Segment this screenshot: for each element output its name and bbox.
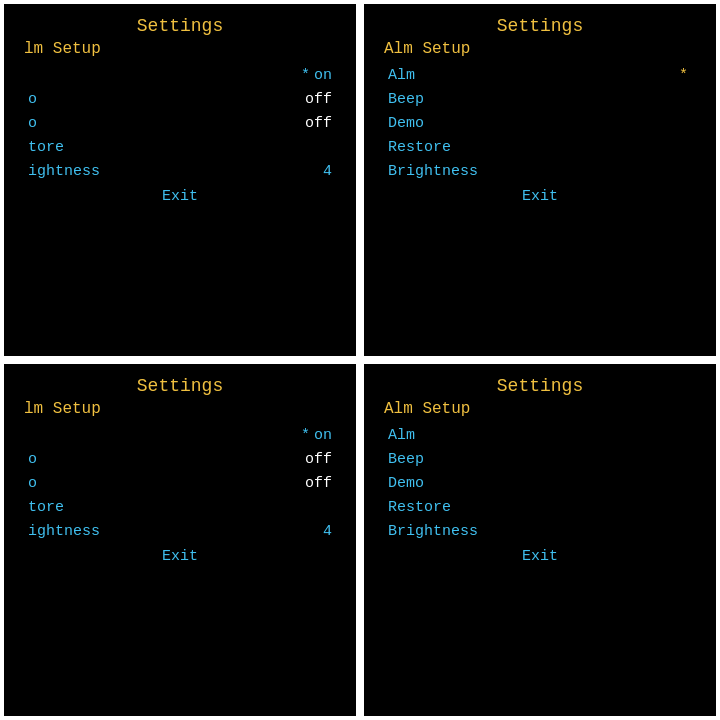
restore-label: Restore bbox=[388, 136, 451, 160]
subtitle-top-left: lm Setup bbox=[24, 40, 340, 58]
beep-value: off bbox=[305, 88, 332, 112]
subtitle-top-right: Alm Setup bbox=[384, 40, 700, 58]
exit-bottom-right[interactable]: Exit bbox=[380, 548, 700, 565]
menu-item-demo-bottom-left[interactable]: o off bbox=[20, 472, 340, 496]
title-bottom-left: Settings bbox=[20, 376, 340, 396]
panel-top-right: Settings Alm Setup Alm * Beep Demo Resto… bbox=[364, 4, 716, 356]
alm-label-br: Alm bbox=[388, 424, 415, 448]
menu-item-restore-top-left[interactable]: tore bbox=[20, 136, 340, 160]
alm-value-bl: on bbox=[314, 424, 332, 448]
title-top-left: Settings bbox=[20, 16, 340, 36]
subtitle-bottom-left: lm Setup bbox=[24, 400, 340, 418]
menu-item-alm-top-right[interactable]: Alm * bbox=[380, 64, 700, 88]
menu-item-demo-top-left[interactable]: o off bbox=[20, 112, 340, 136]
menu-item-alm-bottom-right[interactable]: Alm bbox=[380, 424, 700, 448]
brightness-label: Brightness bbox=[388, 160, 478, 184]
alm-value: on bbox=[314, 64, 332, 88]
menu-item-alm-top-left[interactable]: * on bbox=[20, 64, 340, 88]
subtitle-bottom-right: Alm Setup bbox=[384, 400, 700, 418]
panel-top-left: Settings lm Setup * on o off o off tore … bbox=[4, 4, 356, 356]
exit-top-left[interactable]: Exit bbox=[20, 188, 340, 205]
beep-label-br: Beep bbox=[388, 448, 424, 472]
panel-bottom-left: Settings lm Setup * on o off o off tore … bbox=[4, 364, 356, 716]
brightness-label-bl: ightness bbox=[28, 520, 100, 544]
menu-item-alm-bottom-left[interactable]: * on bbox=[20, 424, 340, 448]
asterisk-icon-bl: * bbox=[301, 424, 310, 448]
menu-item-demo-bottom-right[interactable]: Demo bbox=[380, 472, 700, 496]
beep-label: o bbox=[28, 88, 37, 112]
demo-label-bl: o bbox=[28, 472, 37, 496]
menu-item-restore-top-right[interactable]: Restore bbox=[380, 136, 700, 160]
brightness-value: 4 bbox=[323, 160, 332, 184]
brightness-label-br: Brightness bbox=[388, 520, 478, 544]
demo-label: o bbox=[28, 112, 37, 136]
beep-value-bl: off bbox=[305, 448, 332, 472]
restore-label-bl: tore bbox=[28, 496, 64, 520]
exit-top-right[interactable]: Exit bbox=[380, 188, 700, 205]
demo-label-br: Demo bbox=[388, 472, 424, 496]
menu-item-beep-top-right[interactable]: Beep bbox=[380, 88, 700, 112]
title-bottom-right: Settings bbox=[380, 376, 700, 396]
beep-label-bl: o bbox=[28, 448, 37, 472]
menu-item-demo-top-right[interactable]: Demo bbox=[380, 112, 700, 136]
title-top-right: Settings bbox=[380, 16, 700, 36]
menu-item-brightness-top-right[interactable]: Brightness bbox=[380, 160, 700, 184]
asterisk-icon-right: * bbox=[679, 64, 688, 88]
demo-label: Demo bbox=[388, 112, 424, 136]
restore-label: tore bbox=[28, 136, 64, 160]
beep-label: Beep bbox=[388, 88, 424, 112]
exit-bottom-left[interactable]: Exit bbox=[20, 548, 340, 565]
menu-item-restore-bottom-right[interactable]: Restore bbox=[380, 496, 700, 520]
demo-value: off bbox=[305, 112, 332, 136]
brightness-label: ightness bbox=[28, 160, 100, 184]
alm-label: Alm bbox=[388, 64, 415, 88]
menu-item-beep-bottom-left[interactable]: o off bbox=[20, 448, 340, 472]
menu-item-brightness-bottom-right[interactable]: Brightness bbox=[380, 520, 700, 544]
restore-label-br: Restore bbox=[388, 496, 451, 520]
menu-item-brightness-top-left[interactable]: ightness 4 bbox=[20, 160, 340, 184]
menu-item-brightness-bottom-left[interactable]: ightness 4 bbox=[20, 520, 340, 544]
menu-item-beep-top-left[interactable]: o off bbox=[20, 88, 340, 112]
menu-item-beep-bottom-right[interactable]: Beep bbox=[380, 448, 700, 472]
asterisk-icon: * bbox=[301, 64, 310, 88]
panel-bottom-right: Settings Alm Setup Alm Beep Demo Restore… bbox=[364, 364, 716, 716]
menu-item-restore-bottom-left[interactable]: tore bbox=[20, 496, 340, 520]
demo-value-bl: off bbox=[305, 472, 332, 496]
brightness-value-bl: 4 bbox=[323, 520, 332, 544]
